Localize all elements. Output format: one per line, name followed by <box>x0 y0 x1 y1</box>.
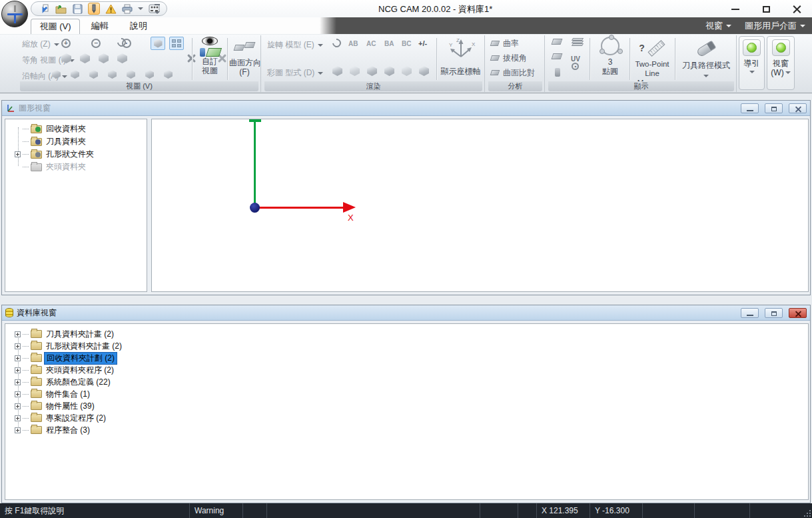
rotate-ab-icon[interactable]: AB <box>348 40 358 47</box>
tree-row[interactable]: 物件集合 (1) <box>5 388 808 400</box>
tree-row[interactable]: 專案設定程序 (2) <box>5 412 808 424</box>
tree-row[interactable]: 刀具資料夾 <box>5 135 147 148</box>
maximize-button[interactable] <box>751 0 781 18</box>
window-title: NCG CAM 20.0.02 - 資料庫1* <box>378 3 492 15</box>
panel-restore-button[interactable] <box>765 308 783 318</box>
tree-row[interactable]: 程序整合 (3) <box>5 424 808 436</box>
expand-icon[interactable] <box>15 379 21 385</box>
tab-view[interactable]: 視圖 (V) <box>31 19 80 34</box>
graphics-viewport[interactable]: X <box>151 119 809 292</box>
axis-z-view-icon[interactable] <box>164 70 173 79</box>
panel-close-button[interactable] <box>789 308 807 318</box>
along-axis-dropdown[interactable]: 沿軸向 (A) <box>22 71 67 82</box>
svg-text:Z: Z <box>456 37 460 43</box>
expand-icon[interactable] <box>15 427 21 433</box>
tree-row[interactable]: 孔形狀資料夾計畫 (2) <box>5 340 808 352</box>
status-cell <box>243 503 267 518</box>
title-bar: NCG CAM 20.0.02 - 資料庫1* <box>0 0 812 17</box>
layers-icon[interactable] <box>572 38 584 47</box>
shaded-view-icon[interactable] <box>151 37 165 50</box>
expand-icon[interactable] <box>15 403 21 409</box>
tree-row[interactable]: 刀具資料夾計畫 (2) <box>5 328 808 340</box>
shade-style-icon[interactable] <box>332 66 342 76</box>
ribbon-group-view: 縮放 (Z) 等角 視圖 (I) 沿軸向 (A) 自訂 視圖 <box>19 35 261 92</box>
zoom-in-icon[interactable] <box>61 39 71 48</box>
rotate-bc-icon[interactable]: BC <box>402 40 411 47</box>
tree-row[interactable]: 夾頭資料夾 <box>5 161 147 173</box>
axis-view-icon[interactable] <box>89 70 98 79</box>
status-warning[interactable]: Warning <box>190 503 243 518</box>
curvature-button[interactable]: 曲率 <box>491 39 519 48</box>
two-point-measure-button[interactable]: ? Two-Point Line Measure <box>631 37 673 87</box>
zoom-dropdown[interactable]: 縮放 (Z) <box>22 39 59 50</box>
rotate-model-dropdown[interactable]: 旋轉 模型 (E) <box>267 39 323 51</box>
expand-icon[interactable] <box>15 343 21 349</box>
rotate-ba-icon[interactable]: BA <box>384 40 394 47</box>
window-menu[interactable]: 視窗 <box>705 20 731 32</box>
axis-view-icon[interactable] <box>127 70 135 79</box>
tree-row[interactable]: 回收資料夾 <box>5 123 147 135</box>
multi-viewport-icon[interactable] <box>169 37 184 50</box>
expand-icon[interactable] <box>15 355 21 361</box>
ribbon-window-button[interactable]: 視窗 (W) <box>767 36 795 90</box>
three-point-circle-button[interactable]: 3 點圓 <box>592 37 628 76</box>
customize-qat-icon[interactable] <box>155 4 160 16</box>
shade-style-icon[interactable] <box>384 66 394 76</box>
uv-analysis-icon[interactable]: UV <box>571 55 580 72</box>
iso-view-icon[interactable] <box>99 53 109 63</box>
surface-direction-button[interactable]: 曲面方向 (F) <box>229 37 260 77</box>
custom-view-button[interactable]: 自訂 視圖 <box>195 37 225 75</box>
tree-row[interactable]: 孔形狀文件夾 <box>5 148 147 161</box>
expand-icon[interactable] <box>15 151 21 157</box>
panel-close-button[interactable] <box>789 103 807 113</box>
panel-restore-button[interactable] <box>765 103 783 113</box>
close-button[interactable] <box>781 0 812 18</box>
shade-style-icon[interactable] <box>350 66 360 76</box>
minimize-button[interactable] <box>720 0 751 18</box>
tool-icon[interactable] <box>88 3 100 15</box>
anchor-icon[interactable] <box>555 68 560 77</box>
tree-row[interactable]: 夾頭資料夾程序 (2) <box>5 364 808 376</box>
warning-icon[interactable] <box>105 3 117 15</box>
shade-style-dropdown[interactable]: 彩圖 型式 (D) <box>267 67 323 79</box>
surface-compare-button[interactable]: 曲面比對 <box>491 68 535 77</box>
shade-style-icon[interactable] <box>367 66 377 76</box>
import-icon[interactable] <box>38 3 50 15</box>
tree-row[interactable]: 物件屬性 (39) <box>5 400 808 412</box>
tree-row-selected[interactable]: 回收資料夾計劃 (2) <box>5 352 808 364</box>
gui-menu[interactable]: 圖形用戶介面 <box>745 20 805 32</box>
guide-button[interactable]: 導引 <box>739 36 765 90</box>
expand-icon[interactable] <box>15 415 21 421</box>
tree-row[interactable]: 系統顏色定義 (22) <box>5 376 808 388</box>
draft-angle-button[interactable]: 拔模角 <box>491 53 527 63</box>
iso-view-icon[interactable] <box>117 53 127 63</box>
axis-view-icon[interactable] <box>71 70 79 79</box>
rotate-model-icon[interactable] <box>330 37 342 49</box>
expand-icon[interactable] <box>15 391 21 397</box>
zoom-out-icon[interactable] <box>91 39 101 48</box>
panel-minimize-button[interactable] <box>741 308 759 318</box>
toolpath-mode-button[interactable]: 刀具路徑模式 <box>677 37 735 79</box>
save-icon[interactable] <box>71 3 83 15</box>
shade-style-icon[interactable] <box>402 66 412 76</box>
print-dropdown-icon[interactable] <box>138 7 143 10</box>
expand-icon[interactable] <box>15 331 21 337</box>
show-axes-button[interactable]: Z Y X 顯示座標軸 <box>438 37 483 76</box>
resize-grip[interactable] <box>804 510 811 517</box>
plane-display-icon[interactable] <box>552 39 563 45</box>
axis-view-icon[interactable] <box>108 70 117 79</box>
tab-help[interactable]: 說明 <box>120 17 157 34</box>
panel-minimize-button[interactable] <box>741 103 759 113</box>
folder-icon <box>31 342 42 350</box>
app-logo[interactable] <box>1 1 28 27</box>
print-icon[interactable] <box>121 3 133 15</box>
rotate-ac-icon[interactable]: AC <box>366 40 376 47</box>
shade-style-icon[interactable] <box>419 66 429 76</box>
tab-edit[interactable]: 編輯 <box>81 17 119 34</box>
open-icon[interactable] <box>55 3 67 15</box>
expand-icon[interactable] <box>15 367 21 373</box>
plane-display-icon[interactable] <box>552 53 563 59</box>
plus-minus-icon[interactable]: +/- <box>418 39 427 47</box>
axis-view-icon[interactable] <box>145 70 154 79</box>
iso-view-icon[interactable] <box>80 53 90 63</box>
